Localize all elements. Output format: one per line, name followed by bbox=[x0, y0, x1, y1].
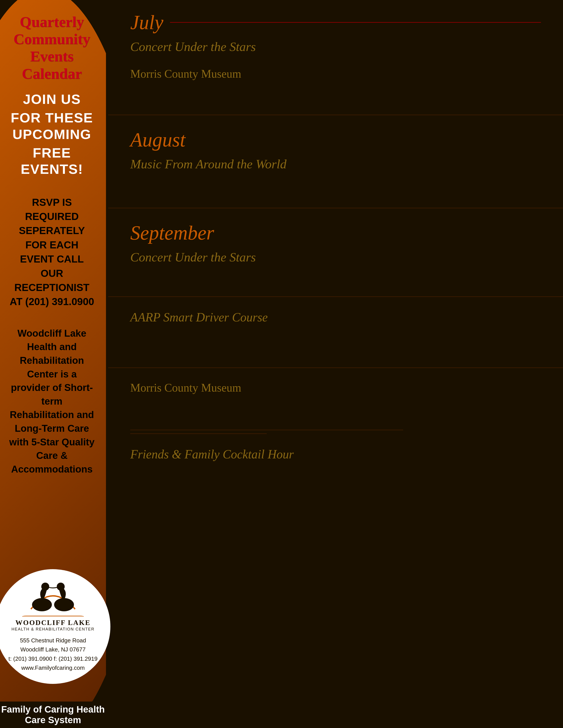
address-line1: 555 Chestnut Ridge Road bbox=[8, 636, 97, 645]
rsvp-text: RSVP IS REQUIRED SEPERATELY FOR EACH EVE… bbox=[9, 195, 95, 309]
morris-section-2: Morris County Museum bbox=[108, 368, 563, 430]
september-header: September bbox=[130, 221, 541, 244]
july-section: July Concert Under the Stars Morris Coun… bbox=[108, 0, 563, 115]
august-month-name: August bbox=[130, 128, 185, 151]
logo-subtitle: HEALTH & REHABILITATION CENTER bbox=[11, 627, 94, 632]
cocktail-section: Friends & Family Cocktail Hour bbox=[108, 434, 563, 500]
august-header: August bbox=[130, 128, 541, 151]
august-event-name: Music From Around the World bbox=[130, 157, 541, 171]
address-line2: Woodcliff Lake, NJ 07677 bbox=[8, 645, 97, 654]
cocktail-event-name: Friends & Family Cocktail Hour bbox=[130, 447, 541, 461]
contact-info: t: (201) 391.0900 f: (201) 391.2919 bbox=[8, 654, 97, 664]
july-month-name: July bbox=[130, 11, 163, 34]
logo-oval: WOODCLIFF LAKE HEALTH & REHABILITATION C… bbox=[0, 569, 110, 684]
svg-point-3 bbox=[57, 583, 65, 591]
left-panel-content: Quarterly Community Events Calendar JOIN… bbox=[0, 0, 104, 489]
for-these-text: FOR THESE UPCOMING bbox=[9, 110, 95, 143]
august-section: August Music From Around the World bbox=[108, 115, 563, 208]
logo-arc bbox=[22, 616, 84, 617]
provider-text: Woodcliff Lake Health and Rehabilitation… bbox=[9, 326, 95, 476]
right-content: July Concert Under the Stars Morris Coun… bbox=[108, 0, 563, 728]
july-event-name: Concert Under the Stars bbox=[130, 39, 541, 54]
july-line bbox=[170, 22, 541, 23]
free-events-text: FREE EVENTS! bbox=[9, 145, 95, 178]
logo-address: 555 Chestnut Ridge Road Woodcliff Lake, … bbox=[8, 636, 97, 673]
july-location: Morris County Museum bbox=[130, 67, 541, 80]
divider-5a bbox=[130, 430, 403, 430]
morris-location-2: Morris County Museum bbox=[130, 381, 541, 394]
bottom-banner-text: Family of Caring Health Care System bbox=[0, 704, 106, 725]
website: www.Familyofcaring.com bbox=[8, 663, 97, 673]
bottom-banner: Family of Caring Health Care System bbox=[0, 702, 106, 728]
september-event-name: Concert Under the Stars bbox=[130, 250, 541, 265]
september-month-name: September bbox=[130, 221, 214, 244]
join-us-text: JOIN US bbox=[23, 91, 81, 107]
calendar-title: Quarterly Community Events Calendar bbox=[9, 13, 95, 82]
svg-point-1 bbox=[41, 583, 49, 591]
september-section: September Concert Under the Stars bbox=[108, 208, 563, 296]
aarp-event-name: AARP Smart Driver Course bbox=[130, 310, 541, 324]
logo-facility-name: WOODCLIFF LAKE bbox=[15, 618, 90, 627]
july-header: July bbox=[130, 11, 541, 34]
aarp-section: AARP Smart Driver Course bbox=[108, 297, 563, 368]
swan-logo-svg bbox=[24, 580, 82, 616]
